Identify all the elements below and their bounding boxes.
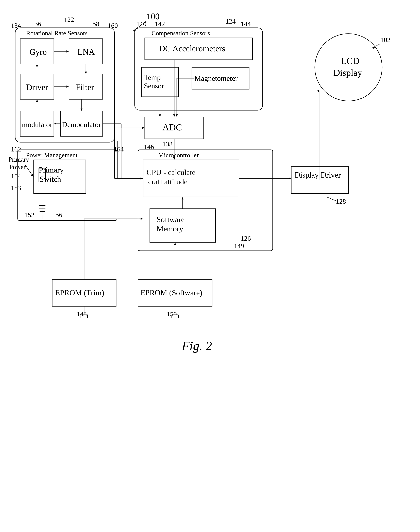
diagram-container: 100 Rotational Rate Sensors 134 136 122 … <box>0 0 420 532</box>
ref-153: 153 <box>11 184 21 192</box>
primary-switch-label1: Primary <box>39 166 64 174</box>
ref-140: 140 <box>136 20 147 28</box>
primary-switch-label2: Switch <box>40 175 61 183</box>
ref-138: 138 <box>163 140 173 148</box>
demodulator-label: Demodulator <box>62 120 101 129</box>
primary-power-label2: Power <box>9 163 26 170</box>
software-memory-label2: Memory <box>157 224 183 233</box>
ref-146: 146 <box>144 143 154 150</box>
compensation-sensors-label: Compensation Sensors <box>151 30 210 37</box>
cpu-label2: craft attitude <box>148 177 188 186</box>
ref-128: 128 <box>336 198 346 205</box>
software-memory-label1: Software <box>157 215 184 224</box>
ref-156: 156 <box>52 211 62 219</box>
lna-label: LNA <box>77 47 95 57</box>
lcd-display-label1: LCD <box>341 56 360 66</box>
power-management-label: Power Management <box>26 152 77 159</box>
adc-label: ADC <box>163 122 182 133</box>
ref-148: 148 <box>76 310 87 318</box>
ref-149: 149 <box>234 242 244 250</box>
ref-164: 164 <box>114 145 124 153</box>
gyro-label: Gyro <box>30 47 47 57</box>
ref-126: 126 <box>241 235 251 242</box>
rotational-rate-sensors-label: Rotational Rate Sensors <box>26 30 88 37</box>
ref-142: 142 <box>155 20 165 28</box>
figure-label: Fig. 2 <box>182 339 212 353</box>
ref-152: 152 <box>24 211 34 219</box>
ref-102: 102 <box>380 36 390 44</box>
ref-160: 160 <box>108 22 118 29</box>
primary-power-label1: Primary <box>8 156 29 163</box>
display-driver-label1: Display Driver <box>295 171 341 179</box>
temp-sensor-label: Temp <box>144 73 161 82</box>
ref-100: 100 <box>147 12 160 21</box>
cpu-label1: CPU - calculate <box>147 168 195 177</box>
eprom-software-label: EPROM (Software) <box>141 288 202 297</box>
temp-sensor-label2: Sensor <box>144 82 164 90</box>
lcd-display-label2: Display <box>333 68 362 78</box>
filter-label: Filter <box>76 82 94 92</box>
ref-162: 162 <box>11 145 21 153</box>
ref-144: 144 <box>241 20 251 28</box>
microcontroller-label: Microcontroller <box>158 152 199 159</box>
magnetometer-label: Magnetometer <box>195 74 238 82</box>
ref-124: 124 <box>225 17 236 25</box>
eprom-trim-label: EPROM (Trim) <box>55 288 104 297</box>
ref-154: 154 <box>11 172 21 180</box>
ref-122: 122 <box>64 16 74 23</box>
driver-label: Driver <box>26 82 48 92</box>
ref-158: 158 <box>89 20 99 28</box>
dc-accelerometers-label: DC Accelerometers <box>159 44 225 53</box>
ref-134: 134 <box>11 22 21 29</box>
ref-136: 136 <box>31 20 41 28</box>
modulator-label: modulator <box>22 120 52 129</box>
